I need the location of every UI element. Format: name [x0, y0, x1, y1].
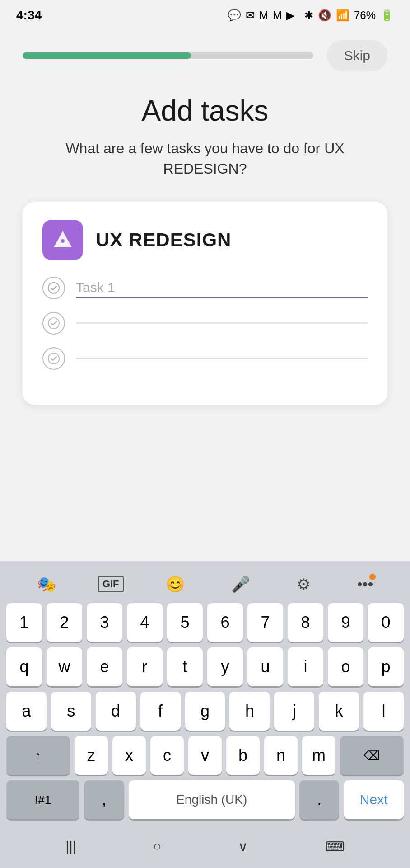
key-b[interactable]: b	[226, 736, 260, 775]
task-row-1	[42, 277, 368, 299]
key-a[interactable]: a	[6, 692, 47, 731]
task-row-2	[42, 312, 368, 335]
battery-text: 76%	[354, 9, 376, 22]
key-p[interactable]: p	[368, 647, 404, 686]
project-header: UX REDESIGN	[42, 220, 368, 260]
key-0[interactable]: 0	[368, 603, 404, 642]
key-8[interactable]: 8	[288, 603, 323, 642]
backspace-key[interactable]: ⌫	[340, 736, 404, 775]
key-l[interactable]: l	[363, 692, 404, 731]
skip-button[interactable]: Skip	[327, 40, 387, 71]
task-row-3	[42, 347, 368, 370]
mic-button[interactable]: 🎤	[227, 572, 255, 596]
key-4[interactable]: 4	[127, 603, 163, 642]
task-line-3	[76, 358, 368, 359]
keyboard-row-asdf: a s d f g h j k l	[6, 692, 404, 731]
key-5[interactable]: 5	[167, 603, 203, 642]
recents-icon: ∨	[238, 839, 248, 854]
keyboard-row-bottom: !#1 , English (UK) . Next	[6, 780, 404, 819]
key-e[interactable]: e	[87, 647, 122, 686]
key-j[interactable]: j	[274, 692, 314, 731]
bluetooth-icon: ✱	[304, 9, 313, 22]
symbols-key[interactable]: !#1	[6, 780, 79, 819]
keyboard-keys: 1 2 3 4 5 6 7 8 9 0 q w e r t y u i o p …	[5, 603, 405, 825]
shift-key[interactable]: ↑	[6, 736, 70, 775]
recents-nav-button[interactable]: ∨	[224, 834, 261, 859]
key-q[interactable]: q	[6, 647, 42, 686]
key-k[interactable]: k	[319, 692, 359, 731]
key-n[interactable]: n	[264, 736, 298, 775]
key-g[interactable]: g	[185, 692, 225, 731]
period-key[interactable]: .	[299, 780, 339, 819]
key-7[interactable]: 7	[247, 603, 283, 642]
page-title: Add tasks	[23, 94, 387, 127]
project-name: UX REDESIGN	[96, 229, 231, 251]
task-input-1[interactable]	[76, 278, 368, 298]
page-subtitle: What are a few tasks you have to do for …	[23, 138, 387, 179]
key-t[interactable]: t	[167, 647, 203, 686]
title-section: Add tasks What are a few tasks you have …	[23, 94, 387, 179]
key-z[interactable]: z	[75, 736, 108, 775]
key-v[interactable]: v	[188, 736, 222, 775]
keyboard-toolbar: 🎭 GIF 😊 🎤 ⚙ •••	[5, 568, 405, 603]
key-h[interactable]: h	[229, 692, 270, 731]
key-s[interactable]: s	[51, 692, 91, 731]
key-f[interactable]: f	[140, 692, 181, 731]
key-9[interactable]: 9	[328, 603, 363, 642]
app-content: Skip Add tasks What are a few tasks you …	[0, 31, 410, 561]
key-u[interactable]: u	[247, 647, 283, 686]
space-key[interactable]: English (UK)	[129, 780, 295, 819]
battery-icon: 🔋	[380, 9, 394, 22]
settings-button[interactable]: ⚙	[292, 572, 315, 596]
task-circle-2	[42, 312, 65, 335]
progress-row: Skip	[23, 40, 387, 71]
emoji-button[interactable]: 😊	[161, 572, 189, 596]
status-bar: 4:34 💬 ✉ M M ▶ ✱ 🔇 📶 76% 🔋	[0, 0, 410, 31]
key-3[interactable]: 3	[87, 603, 122, 642]
key-r[interactable]: r	[127, 647, 163, 686]
key-d[interactable]: d	[96, 692, 136, 731]
key-1[interactable]: 1	[6, 603, 42, 642]
sticker-button[interactable]: 🎭	[33, 572, 61, 596]
more-button[interactable]: •••	[353, 573, 378, 596]
key-6[interactable]: 6	[207, 603, 243, 642]
mute-icon: 🔇	[318, 9, 331, 22]
key-2[interactable]: 2	[47, 603, 82, 642]
key-i[interactable]: i	[288, 647, 323, 686]
keyboard-area: 🎭 GIF 😊 🎤 ⚙ ••• 1 2 3 4 5 6 7 8 9 0 q w …	[0, 561, 410, 825]
gif-button[interactable]: GIF	[98, 576, 124, 592]
key-o[interactable]: o	[328, 647, 363, 686]
home-icon: ○	[153, 839, 161, 854]
key-x[interactable]: x	[112, 736, 146, 775]
keyboard-row-zxcv: ↑ z x c v b n m ⌫	[6, 736, 404, 775]
back-nav-button[interactable]: |||	[52, 834, 89, 859]
task-circle-1	[42, 277, 65, 299]
next-key[interactable]: Next	[344, 780, 404, 819]
svg-point-2	[48, 283, 59, 293]
task-card: UX REDESIGN	[23, 202, 387, 405]
progress-bar-fill	[23, 52, 191, 59]
key-c[interactable]: c	[150, 736, 184, 775]
keyboard-nav-button[interactable]: ⌨	[312, 834, 358, 859]
home-nav-button[interactable]: ○	[140, 834, 175, 859]
svg-point-3	[48, 318, 59, 329]
keyboard-icon: ⌨	[325, 839, 345, 854]
messenger-icon: 💬	[228, 9, 241, 22]
svg-point-4	[48, 353, 59, 364]
keyboard-row-numbers: 1 2 3 4 5 6 7 8 9 0	[6, 603, 404, 642]
mail3-icon: M	[273, 9, 282, 22]
key-m[interactable]: m	[302, 736, 335, 775]
mail-icon: ✉	[246, 9, 255, 22]
key-w[interactable]: w	[47, 647, 82, 686]
keyboard-row-qwerty: q w e r t y u i o p	[6, 647, 404, 686]
comma-key[interactable]: ,	[84, 780, 124, 819]
notification-dot	[369, 574, 376, 580]
svg-point-1	[61, 239, 65, 243]
task-line-2	[76, 322, 368, 324]
bottom-nav: ||| ○ ∨ ⌨	[0, 825, 410, 868]
task-circle-3	[42, 347, 65, 370]
mail2-icon: M	[259, 9, 268, 22]
wifi-icon: 📶	[336, 9, 349, 22]
key-y[interactable]: y	[207, 647, 243, 686]
video-icon: ▶	[286, 9, 294, 22]
